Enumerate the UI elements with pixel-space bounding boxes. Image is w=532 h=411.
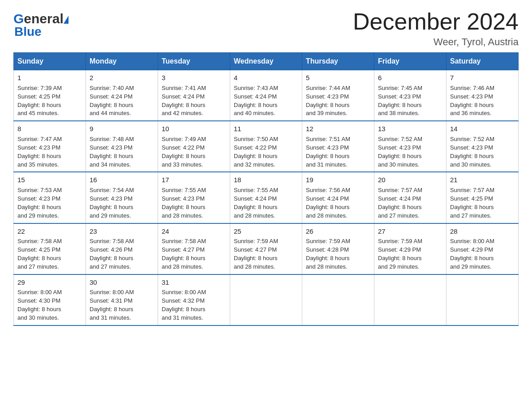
day-number: 31 xyxy=(162,278,226,287)
day-number: 3 xyxy=(162,73,226,83)
day-info: Sunrise: 8:00 AMSunset: 4:32 PMDaylight:… xyxy=(162,289,206,321)
day-number: 25 xyxy=(234,227,298,236)
calendar-cell: 20Sunrise: 7:57 AMSunset: 4:24 PMDayligh… xyxy=(374,172,446,223)
calendar-cell: 6Sunrise: 7:45 AMSunset: 4:23 PMDaylight… xyxy=(374,70,446,121)
logo-blue-text: Blue xyxy=(13,25,69,39)
logo-general-text: General xyxy=(13,11,69,26)
calendar-cell: 10Sunrise: 7:49 AMSunset: 4:22 PMDayligh… xyxy=(158,121,230,172)
day-number: 5 xyxy=(306,73,370,83)
calendar-cell: 25Sunrise: 7:59 AMSunset: 4:27 PMDayligh… xyxy=(230,223,302,274)
header-cell-wednesday: Wednesday xyxy=(230,53,302,70)
day-info: Sunrise: 7:52 AMSunset: 4:23 PMDaylight:… xyxy=(450,136,494,168)
calendar-cell: 27Sunrise: 7:59 AMSunset: 4:29 PMDayligh… xyxy=(374,223,446,274)
week-row-3: 15Sunrise: 7:53 AMSunset: 4:23 PMDayligh… xyxy=(14,172,519,223)
day-info: Sunrise: 7:40 AMSunset: 4:24 PMDaylight:… xyxy=(90,85,134,117)
day-info: Sunrise: 7:59 AMSunset: 4:28 PMDaylight:… xyxy=(306,238,350,270)
calendar-cell: 14Sunrise: 7:52 AMSunset: 4:23 PMDayligh… xyxy=(446,121,519,172)
day-info: Sunrise: 7:39 AMSunset: 4:25 PMDaylight:… xyxy=(17,85,62,117)
calendar-cell xyxy=(374,274,446,325)
day-info: Sunrise: 7:49 AMSunset: 4:22 PMDaylight:… xyxy=(162,136,206,168)
calendar-cell: 8Sunrise: 7:47 AMSunset: 4:23 PMDaylight… xyxy=(14,121,86,172)
day-info: Sunrise: 7:50 AMSunset: 4:22 PMDaylight:… xyxy=(234,136,278,168)
day-info: Sunrise: 7:45 AMSunset: 4:23 PMDaylight:… xyxy=(378,85,422,117)
calendar-cell: 30Sunrise: 8:00 AMSunset: 4:31 PMDayligh… xyxy=(86,274,158,325)
week-row-5: 29Sunrise: 8:00 AMSunset: 4:30 PMDayligh… xyxy=(14,274,519,325)
logo-triangle-icon xyxy=(64,16,69,24)
week-row-4: 22Sunrise: 7:58 AMSunset: 4:25 PMDayligh… xyxy=(14,223,519,274)
calendar-cell: 22Sunrise: 7:58 AMSunset: 4:25 PMDayligh… xyxy=(14,223,86,274)
calendar-table: SundayMondayTuesdayWednesdayThursdayFrid… xyxy=(13,52,519,326)
calendar-cell xyxy=(230,274,302,325)
page-subtitle: Weer, Tyrol, Austria xyxy=(353,36,519,48)
calendar-cell: 21Sunrise: 7:57 AMSunset: 4:25 PMDayligh… xyxy=(446,172,519,223)
calendar-cell: 31Sunrise: 8:00 AMSunset: 4:32 PMDayligh… xyxy=(158,274,230,325)
calendar-cell: 24Sunrise: 7:58 AMSunset: 4:27 PMDayligh… xyxy=(158,223,230,274)
calendar-cell: 9Sunrise: 7:48 AMSunset: 4:23 PMDaylight… xyxy=(86,121,158,172)
day-info: Sunrise: 7:54 AMSunset: 4:23 PMDaylight:… xyxy=(90,187,134,219)
day-info: Sunrise: 7:43 AMSunset: 4:24 PMDaylight:… xyxy=(234,85,278,117)
day-info: Sunrise: 8:00 AMSunset: 4:29 PMDaylight:… xyxy=(450,238,494,270)
day-info: Sunrise: 7:58 AMSunset: 4:26 PMDaylight:… xyxy=(90,238,134,270)
week-row-2: 8Sunrise: 7:47 AMSunset: 4:23 PMDaylight… xyxy=(14,121,519,172)
calendar-cell: 18Sunrise: 7:55 AMSunset: 4:24 PMDayligh… xyxy=(230,172,302,223)
day-number: 21 xyxy=(450,175,515,185)
calendar-cell: 11Sunrise: 7:50 AMSunset: 4:22 PMDayligh… xyxy=(230,121,302,172)
calendar-cell: 13Sunrise: 7:52 AMSunset: 4:23 PMDayligh… xyxy=(374,121,446,172)
day-number: 20 xyxy=(378,175,442,185)
header-cell-saturday: Saturday xyxy=(446,53,519,70)
day-info: Sunrise: 7:59 AMSunset: 4:29 PMDaylight:… xyxy=(378,238,422,270)
day-number: 1 xyxy=(17,73,82,83)
day-info: Sunrise: 7:46 AMSunset: 4:23 PMDaylight:… xyxy=(450,85,494,117)
day-number: 6 xyxy=(378,73,442,83)
day-info: Sunrise: 7:47 AMSunset: 4:23 PMDaylight:… xyxy=(17,136,62,168)
calendar-cell: 26Sunrise: 7:59 AMSunset: 4:28 PMDayligh… xyxy=(302,223,374,274)
day-number: 30 xyxy=(90,278,154,287)
day-info: Sunrise: 7:56 AMSunset: 4:24 PMDaylight:… xyxy=(306,187,350,219)
day-info: Sunrise: 7:44 AMSunset: 4:23 PMDaylight:… xyxy=(306,85,350,117)
day-number: 7 xyxy=(450,73,515,83)
calendar-cell: 16Sunrise: 7:54 AMSunset: 4:23 PMDayligh… xyxy=(86,172,158,223)
calendar-cell: 2Sunrise: 7:40 AMSunset: 4:24 PMDaylight… xyxy=(86,70,158,121)
calendar-cell: 23Sunrise: 7:58 AMSunset: 4:26 PMDayligh… xyxy=(86,223,158,274)
title-block: December 2024 Weer, Tyrol, Austria xyxy=(353,9,519,48)
calendar-cell: 19Sunrise: 7:56 AMSunset: 4:24 PMDayligh… xyxy=(302,172,374,223)
day-number: 29 xyxy=(17,278,82,287)
day-info: Sunrise: 7:55 AMSunset: 4:24 PMDaylight:… xyxy=(234,187,278,219)
day-info: Sunrise: 7:57 AMSunset: 4:25 PMDaylight:… xyxy=(450,187,494,219)
day-number: 28 xyxy=(450,227,515,236)
calendar-body: 1Sunrise: 7:39 AMSunset: 4:25 PMDaylight… xyxy=(14,70,519,325)
calendar-cell: 7Sunrise: 7:46 AMSunset: 4:23 PMDaylight… xyxy=(446,70,519,121)
calendar-cell: 12Sunrise: 7:51 AMSunset: 4:23 PMDayligh… xyxy=(302,121,374,172)
day-info: Sunrise: 7:53 AMSunset: 4:23 PMDaylight:… xyxy=(17,187,62,219)
day-info: Sunrise: 7:58 AMSunset: 4:27 PMDaylight:… xyxy=(162,238,206,270)
day-info: Sunrise: 7:52 AMSunset: 4:23 PMDaylight:… xyxy=(378,136,422,168)
day-number: 15 xyxy=(17,175,82,185)
day-number: 2 xyxy=(90,73,154,83)
calendar-cell: 4Sunrise: 7:43 AMSunset: 4:24 PMDaylight… xyxy=(230,70,302,121)
header-row: SundayMondayTuesdayWednesdayThursdayFrid… xyxy=(14,53,519,70)
day-number: 12 xyxy=(306,124,370,134)
header-cell-sunday: Sunday xyxy=(14,53,86,70)
day-number: 16 xyxy=(90,175,154,185)
day-info: Sunrise: 7:57 AMSunset: 4:24 PMDaylight:… xyxy=(378,187,422,219)
header-cell-tuesday: Tuesday xyxy=(158,53,230,70)
day-number: 17 xyxy=(162,175,226,185)
calendar-cell: 28Sunrise: 8:00 AMSunset: 4:29 PMDayligh… xyxy=(446,223,519,274)
page-header: General Blue December 2024 Weer, Tyrol, … xyxy=(13,9,519,48)
page-title: December 2024 xyxy=(353,9,519,34)
day-number: 22 xyxy=(17,227,82,236)
calendar-cell xyxy=(446,274,519,325)
day-number: 19 xyxy=(306,175,370,185)
day-number: 26 xyxy=(306,227,370,236)
day-number: 24 xyxy=(162,227,226,236)
day-number: 23 xyxy=(90,227,154,236)
header-cell-friday: Friday xyxy=(374,53,446,70)
day-number: 11 xyxy=(234,124,298,134)
day-info: Sunrise: 7:48 AMSunset: 4:23 PMDaylight:… xyxy=(90,136,134,168)
day-number: 4 xyxy=(234,73,298,83)
day-info: Sunrise: 8:00 AMSunset: 4:31 PMDaylight:… xyxy=(90,289,134,321)
header-cell-monday: Monday xyxy=(86,53,158,70)
calendar-cell xyxy=(302,274,374,325)
calendar-cell: 3Sunrise: 7:41 AMSunset: 4:24 PMDaylight… xyxy=(158,70,230,121)
header-cell-thursday: Thursday xyxy=(302,53,374,70)
